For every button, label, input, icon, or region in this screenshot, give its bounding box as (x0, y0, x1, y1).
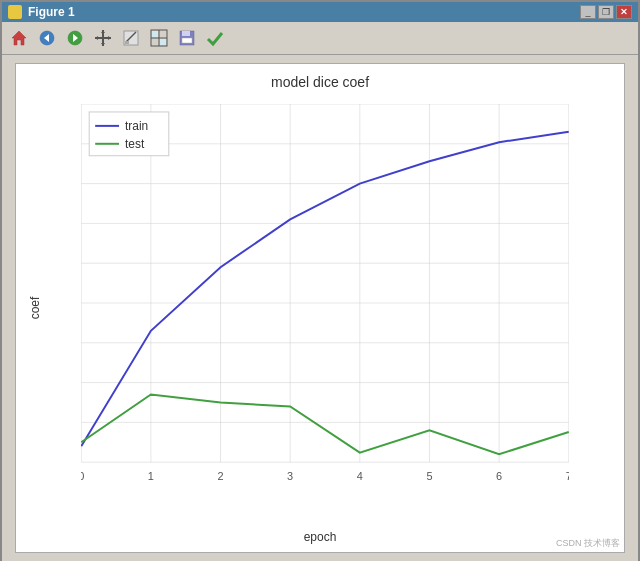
svg-marker-0 (12, 31, 26, 45)
close-button[interactable]: ✕ (616, 5, 632, 19)
svg-text:1: 1 (148, 470, 154, 482)
svg-marker-9 (95, 36, 98, 40)
toolbar (2, 22, 638, 55)
forward-button[interactable] (62, 25, 88, 51)
watermark: CSDN 技术博客 (556, 537, 620, 550)
home-button[interactable] (6, 25, 32, 51)
y-axis-label: coef (28, 297, 42, 320)
window-title: Figure 1 (28, 5, 75, 19)
title-controls[interactable]: _ ❐ ✕ (580, 5, 632, 19)
save-button[interactable] (174, 25, 200, 51)
restore-button[interactable]: ❐ (598, 5, 614, 19)
main-window: Figure 1 _ ❐ ✕ (0, 0, 640, 561)
svg-rect-21 (182, 38, 192, 43)
svg-text:2: 2 (217, 470, 223, 482)
svg-rect-20 (182, 31, 190, 36)
svg-rect-17 (152, 31, 158, 37)
pan-button[interactable] (90, 25, 116, 51)
svg-text:train: train (125, 119, 148, 133)
svg-marker-7 (101, 30, 105, 33)
train-line (81, 132, 569, 446)
x-axis-label: epoch (16, 530, 624, 544)
svg-text:6: 6 (496, 470, 502, 482)
svg-rect-18 (160, 39, 166, 45)
svg-text:5: 5 (426, 470, 432, 482)
svg-marker-10 (108, 36, 111, 40)
plot-area: 0.35 0.40 0.45 0.50 0.55 0.60 0.65 0.70 … (81, 104, 569, 497)
title-bar-left: Figure 1 (8, 5, 75, 19)
svg-text:4: 4 (357, 470, 363, 482)
minimize-button[interactable]: _ (580, 5, 596, 19)
verify-button[interactable] (202, 25, 228, 51)
chart-area: model dice coef coef epoch (2, 55, 638, 561)
svg-rect-13 (125, 41, 129, 44)
subplots-button[interactable] (146, 25, 172, 51)
svg-marker-8 (101, 43, 105, 46)
svg-text:test: test (125, 137, 145, 151)
chart-container: model dice coef coef epoch (15, 63, 625, 553)
chart-title: model dice coef (16, 74, 624, 90)
back-button[interactable] (34, 25, 60, 51)
svg-text:7: 7 (566, 470, 569, 482)
test-line (81, 395, 569, 455)
window-icon (8, 5, 22, 19)
edit-button[interactable] (118, 25, 144, 51)
title-bar: Figure 1 _ ❐ ✕ (2, 2, 638, 22)
svg-text:0: 0 (81, 470, 84, 482)
svg-text:3: 3 (287, 470, 293, 482)
chart-svg: 0.35 0.40 0.45 0.50 0.55 0.60 0.65 0.70 … (81, 104, 569, 497)
